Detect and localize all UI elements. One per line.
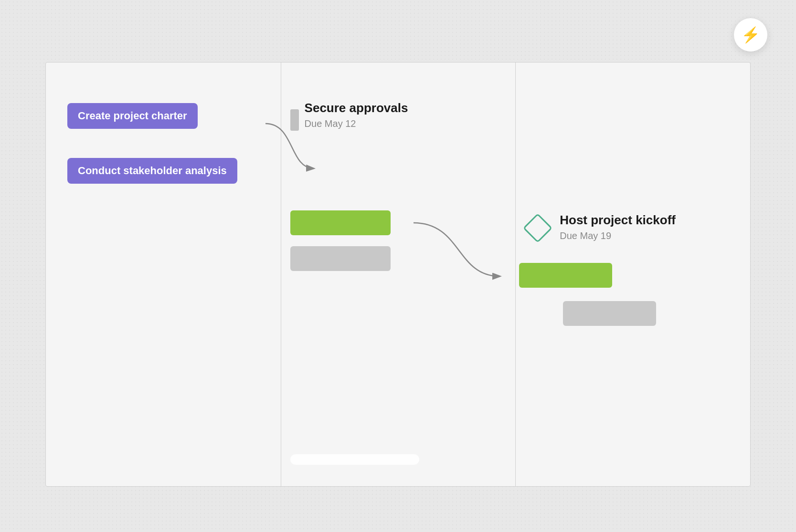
column-divider-2	[515, 63, 516, 486]
task-chip-create-project-charter[interactable]: Create project charter	[67, 103, 198, 129]
milestone-host-project-kickoff: Host project kickoff Due May 19	[527, 213, 676, 241]
gray-bar-2[interactable]	[563, 301, 656, 326]
milestone-dot	[290, 109, 299, 131]
milestone-title: Secure approvals	[305, 101, 408, 115]
green-bar-2[interactable]	[519, 263, 612, 288]
task-chip-conduct-stakeholder-analysis[interactable]: Conduct stakeholder analysis	[67, 158, 237, 184]
milestone-secure-approvals: Secure approvals Due May 12	[295, 101, 408, 129]
gantt-chart: Create project charter Conduct stakehold…	[45, 62, 751, 487]
gray-bar-1[interactable]	[290, 246, 391, 271]
green-bar-1[interactable]	[290, 210, 391, 235]
lightning-icon: ⚡	[741, 26, 760, 44]
task-label: Conduct stakeholder analysis	[78, 165, 227, 177]
milestone-title: Host project kickoff	[560, 213, 676, 228]
milestone-due-date: Due May 19	[560, 230, 676, 241]
diamond-icon	[523, 213, 552, 243]
task-label: Create project charter	[78, 110, 187, 122]
column-divider-1	[281, 63, 281, 486]
milestone-due-date: Due May 12	[305, 118, 408, 129]
lightning-button[interactable]: ⚡	[734, 18, 767, 52]
scrollbar[interactable]	[290, 454, 419, 465]
